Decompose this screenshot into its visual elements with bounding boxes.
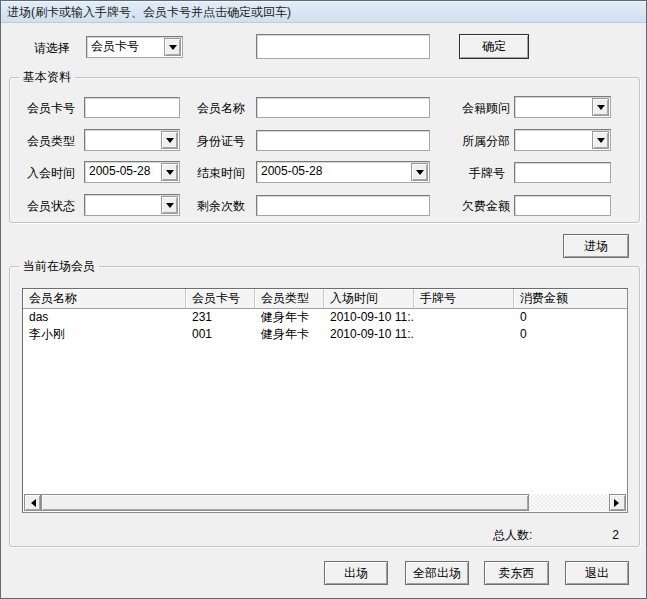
member-card-input[interactable]	[84, 97, 180, 118]
column-header[interactable]: 消费金额	[514, 289, 628, 309]
present-members-title: 当前在场会员	[19, 259, 99, 274]
branch-combobox[interactable]	[514, 129, 611, 151]
dropdown-button[interactable]	[161, 131, 178, 149]
column-header[interactable]: 会员卡号	[186, 289, 255, 309]
table-body: das231健身年卡2010-09-10 11:...0李小刚001健身年卡20…	[23, 309, 627, 343]
table-row[interactable]: 李小刚001健身年卡2010-09-10 11:...0	[23, 326, 627, 343]
checkout-button[interactable]: 出场	[324, 561, 388, 585]
table-cell: 健身年卡	[255, 309, 324, 326]
enter-button[interactable]: 进场	[563, 234, 629, 258]
member-card-label: 会员卡号	[27, 98, 75, 119]
arrears-input[interactable]	[514, 195, 611, 216]
table-cell	[414, 309, 514, 326]
table-header: 会员名称会员卡号会员类型入场时间手牌号消费金额	[23, 289, 627, 309]
join-date-picker[interactable]: 2005-05-28	[84, 161, 180, 183]
remaining-count-label: 剩余次数	[197, 196, 245, 217]
scroll-left-button[interactable]	[24, 494, 41, 511]
chevron-down-icon	[597, 105, 605, 114]
table-cell: 231	[186, 309, 255, 326]
id-number-label: 身份证号	[197, 131, 245, 152]
table-cell: 001	[186, 326, 255, 343]
column-header[interactable]: 手牌号	[414, 289, 514, 309]
table-cell: 0	[514, 326, 628, 343]
dropdown-button[interactable]	[161, 196, 178, 214]
remaining-count-input[interactable]	[256, 195, 430, 216]
quit-button[interactable]: 退出	[565, 561, 629, 585]
present-members-table: 会员名称会员卡号会员类型入场时间手牌号消费金额 das231健身年卡2010-0…	[22, 288, 628, 513]
arrow-left-icon	[27, 499, 36, 507]
chevron-down-icon	[597, 138, 605, 147]
dropdown-button[interactable]	[161, 163, 178, 181]
dropdown-button[interactable]	[411, 163, 428, 181]
card-number-input[interactable]	[256, 34, 430, 59]
checkin-dialog-window: 进场(刷卡或输入手牌号、会员卡号并点击确定或回车) 请选择 会员卡号 确定 基本…	[0, 0, 647, 599]
arrow-right-icon	[614, 499, 623, 507]
scrollbar-track[interactable]	[41, 494, 609, 511]
branch-label: 所属分部	[462, 131, 510, 152]
arrears-label: 欠费金额	[462, 196, 510, 217]
join-date-label: 入会时间	[27, 163, 75, 184]
advisor-combobox[interactable]	[514, 96, 611, 118]
column-header[interactable]: 会员类型	[255, 289, 324, 309]
entry-type-value: 会员卡号	[91, 37, 162, 56]
total-count-value: 2	[561, 525, 619, 546]
advisor-label: 会籍顾问	[462, 98, 510, 119]
member-name-input[interactable]	[256, 97, 430, 118]
checkout-all-button[interactable]: 全部出场	[405, 561, 469, 585]
table-cell: 2010-09-10 11:...	[324, 309, 414, 326]
member-status-combobox[interactable]	[84, 194, 180, 216]
table-cell: 李小刚	[23, 326, 186, 343]
column-header[interactable]: 入场时间	[324, 289, 414, 309]
dropdown-button[interactable]	[164, 38, 181, 56]
horizontal-scrollbar[interactable]	[24, 494, 626, 511]
table-cell: das	[23, 309, 186, 326]
dropdown-button[interactable]	[592, 98, 609, 116]
hand-tag-input[interactable]	[514, 162, 611, 183]
chevron-down-icon	[166, 170, 174, 179]
window-title: 进场(刷卡或输入手牌号、会员卡号并点击确定或回车)	[7, 5, 291, 19]
chevron-down-icon	[166, 203, 174, 212]
sell-button[interactable]: 卖东西	[484, 561, 549, 585]
end-date-value: 2005-05-28	[261, 162, 409, 181]
entry-type-combobox[interactable]: 会员卡号	[86, 36, 183, 58]
scrollbar-thumb[interactable]	[41, 494, 529, 511]
member-name-label: 会员名称	[197, 98, 245, 119]
id-number-input[interactable]	[256, 130, 430, 151]
chevron-down-icon	[166, 138, 174, 147]
join-date-value: 2005-05-28	[89, 162, 159, 181]
member-type-combobox[interactable]	[84, 129, 180, 151]
table-cell: 健身年卡	[255, 326, 324, 343]
select-label: 请选择	[34, 38, 70, 59]
table-cell: 2010-09-10 11:...	[324, 326, 414, 343]
column-header[interactable]: 会员名称	[23, 289, 186, 309]
member-type-label: 会员类型	[27, 131, 75, 152]
total-count-label: 总人数:	[493, 525, 532, 546]
table-row[interactable]: das231健身年卡2010-09-10 11:...0	[23, 309, 627, 326]
scroll-right-button[interactable]	[609, 494, 626, 511]
table-cell	[414, 326, 514, 343]
title-bar[interactable]: 进场(刷卡或输入手牌号、会员卡号并点击确定或回车)	[1, 1, 646, 23]
basic-info-title: 基本资料	[19, 70, 75, 85]
chevron-down-icon	[416, 170, 424, 179]
end-date-label: 结束时间	[197, 163, 245, 184]
dropdown-button[interactable]	[592, 131, 609, 149]
table-cell: 0	[514, 309, 628, 326]
member-status-label: 会员状态	[27, 196, 75, 217]
confirm-button[interactable]: 确定	[459, 34, 529, 59]
chevron-down-icon	[169, 45, 177, 54]
end-date-picker[interactable]: 2005-05-28	[256, 161, 430, 183]
hand-tag-label: 手牌号	[469, 163, 505, 184]
